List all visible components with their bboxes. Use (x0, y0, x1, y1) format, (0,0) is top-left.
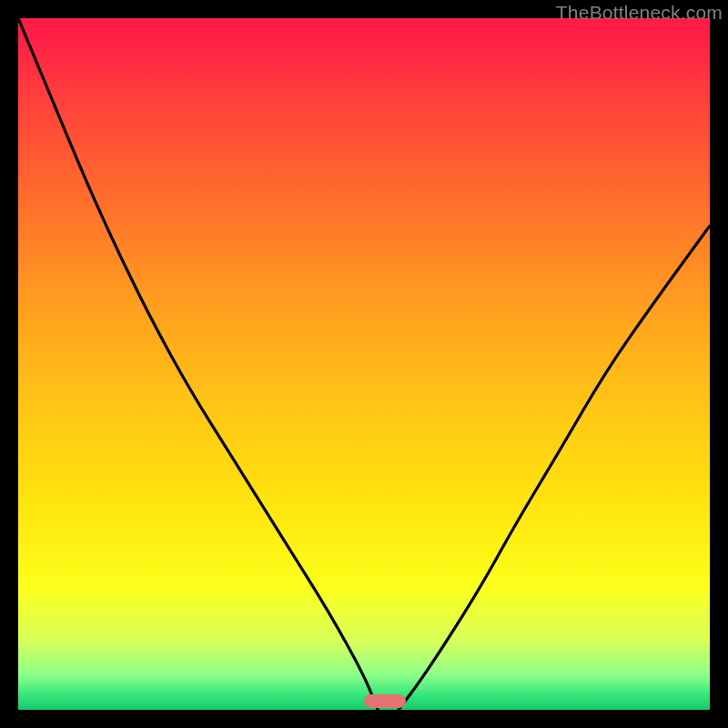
chart-plot-area (18, 18, 710, 710)
bottleneck-marker (364, 694, 406, 708)
watermark-text: TheBottleneck.com (556, 2, 723, 24)
chart-curve (18, 18, 710, 710)
chart-frame: TheBottleneck.com (0, 0, 728, 728)
